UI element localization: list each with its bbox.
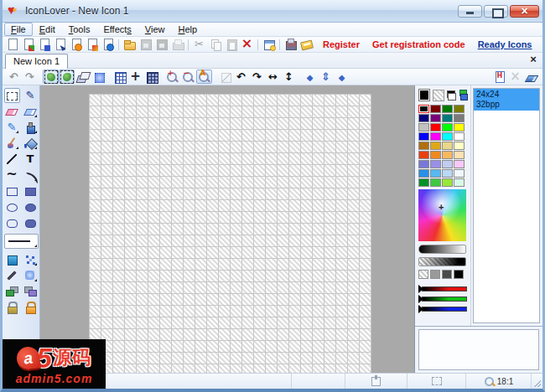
palette-swatch[interactable] — [454, 160, 465, 168]
green-slider[interactable] — [418, 296, 467, 302]
palette-swatch[interactable] — [418, 114, 429, 122]
palette-swatch[interactable] — [442, 151, 453, 159]
palette-swatch[interactable] — [442, 132, 453, 141]
canvas[interactable] — [89, 94, 371, 373]
resize-grip[interactable] — [531, 374, 542, 389]
tool-brush[interactable] — [4, 136, 20, 151]
palette-swatch[interactable] — [430, 123, 441, 132]
palette-swatch[interactable] — [454, 151, 465, 159]
swap-colors-icon[interactable] — [459, 90, 469, 101]
link-ready-icons[interactable]: Ready Icons — [478, 39, 532, 49]
image-format-item[interactable]: 24x2432bpp — [474, 89, 539, 111]
tool-lock-transparency[interactable] — [4, 300, 20, 315]
grid-settings-button[interactable] — [143, 70, 159, 84]
foreground-color-swatch[interactable] — [418, 89, 430, 101]
tool-shift-layer-green[interactable] — [4, 284, 20, 299]
shift-left-button[interactable] — [302, 70, 318, 84]
menu-effects[interactable]: Effects — [96, 23, 138, 36]
zoom-out-button[interactable]: − — [180, 70, 196, 84]
rotate-right-button[interactable] — [249, 70, 265, 84]
red-slider[interactable] — [418, 286, 467, 292]
blue-slider-handle[interactable] — [418, 305, 423, 313]
flip-vertical-button[interactable] — [281, 70, 297, 84]
tool-rounded-rectangle[interactable] — [4, 215, 20, 230]
rotate-left-button[interactable] — [233, 70, 249, 84]
palette-swatch[interactable] — [418, 160, 429, 168]
background-color-swatch[interactable] — [433, 90, 444, 101]
hue-saturation-picker[interactable]: + — [418, 189, 466, 241]
menu-help[interactable]: Help — [172, 23, 205, 36]
palette-swatch[interactable] — [418, 132, 429, 141]
tool-curve[interactable] — [4, 168, 20, 183]
link-get-registration-code[interactable]: Get registration code — [372, 39, 465, 49]
blue-slider[interactable] — [418, 306, 467, 312]
menu-tools[interactable]: Tools — [62, 23, 97, 36]
flip-horizontal-button[interactable] — [265, 70, 281, 84]
open-button[interactable] — [122, 38, 138, 52]
palette-swatch[interactable] — [454, 178, 465, 187]
link-register[interactable]: Register — [323, 39, 360, 49]
tool-pencil[interactable] — [23, 88, 39, 103]
tool-filled-rectangle[interactable] — [23, 183, 39, 199]
tool-fill-bucket[interactable] — [23, 136, 39, 151]
palette-swatch[interactable] — [442, 160, 453, 168]
tool-marker[interactable] — [4, 120, 20, 135]
palette-swatch[interactable] — [430, 132, 441, 141]
show-crosshair-button[interactable] — [127, 70, 143, 84]
tool-eraser[interactable] — [4, 104, 20, 119]
new-image-button[interactable] — [84, 38, 100, 52]
tool-rectangle[interactable] — [4, 183, 20, 199]
palette-swatch[interactable] — [430, 142, 441, 150]
menu-view[interactable]: View — [138, 23, 172, 36]
purchase-button[interactable] — [283, 38, 298, 52]
show-transparency-button[interactable] — [43, 70, 59, 84]
show-opaque-button[interactable] — [59, 70, 75, 84]
register-book-button[interactable] — [298, 38, 314, 52]
tool-ink-bottle[interactable] — [23, 120, 39, 135]
tool-select-rectangle[interactable] — [4, 88, 20, 103]
tool-line-width[interactable] — [4, 234, 39, 249]
palette-swatch[interactable] — [442, 114, 453, 122]
luminance-slider[interactable] — [418, 245, 466, 254]
zoom-actual-button[interactable]: A — [196, 70, 212, 84]
clear-image-button[interactable] — [523, 70, 539, 84]
new-icon-library-button[interactable] — [36, 38, 52, 52]
tool-soften[interactable] — [23, 268, 39, 283]
new-animated-cursor-button[interactable] — [68, 38, 84, 52]
alpha-preset-0[interactable] — [418, 270, 428, 279]
palette-swatch[interactable] — [442, 123, 453, 132]
layers-button[interactable] — [75, 70, 91, 84]
new-file-button[interactable] — [4, 38, 20, 52]
palette-swatch[interactable] — [454, 114, 465, 122]
palette-swatch[interactable] — [454, 169, 465, 178]
tool-filled-ellipse[interactable] — [23, 199, 39, 214]
palette-swatch[interactable] — [418, 123, 429, 132]
menu-file[interactable]: File — [4, 23, 33, 36]
palette-swatch[interactable] — [430, 151, 441, 159]
menu-edit[interactable]: Edit — [33, 23, 62, 36]
palette-swatch[interactable] — [430, 169, 441, 178]
tool-spray[interactable] — [23, 252, 39, 267]
maximize-button[interactable] — [484, 5, 508, 18]
new-icon-button[interactable] — [20, 38, 36, 52]
close-button[interactable] — [510, 5, 539, 18]
alpha-preset-66[interactable] — [442, 270, 452, 279]
shift-vertical-button[interactable] — [318, 70, 334, 84]
new-cursor-button[interactable] — [52, 38, 68, 52]
tool-smooth-eraser[interactable] — [23, 104, 39, 119]
find-icons-button[interactable] — [100, 38, 116, 52]
close-document-button[interactable]: × — [527, 53, 540, 66]
tool-text[interactable] — [23, 152, 39, 167]
shift-right-button[interactable] — [334, 70, 350, 84]
palette-swatch[interactable] — [430, 178, 441, 187]
palette-swatch[interactable] — [430, 160, 441, 168]
tool-line[interactable] — [4, 152, 20, 167]
default-colors-icon[interactable] — [447, 90, 456, 101]
minimize-button[interactable] — [458, 5, 482, 18]
show-grid-button[interactable] — [112, 70, 127, 84]
zoom-in-button[interactable]: + — [164, 70, 180, 84]
delete-button[interactable] — [239, 38, 255, 52]
alpha-slider[interactable] — [418, 257, 466, 266]
palette-swatch[interactable] — [418, 169, 429, 178]
tool-color-replacer[interactable] — [4, 252, 20, 267]
